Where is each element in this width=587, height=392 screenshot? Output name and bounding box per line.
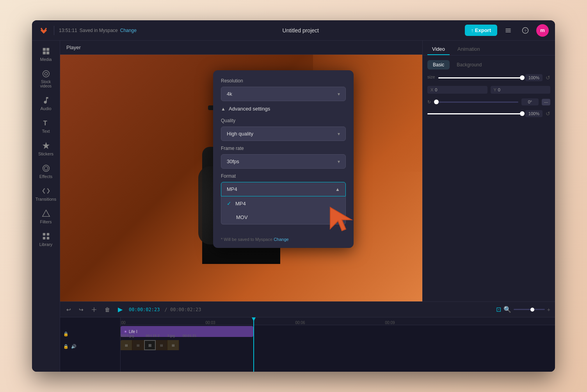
tab-video[interactable]: Video: [427, 44, 450, 55]
opacity-slider[interactable]: [427, 113, 522, 114]
size-reset-button[interactable]: ↺: [546, 75, 550, 81]
svg-point-9: [43, 71, 49, 77]
tab-basic[interactable]: Basic: [427, 60, 450, 69]
quality-section: Quality High quality ▾: [221, 118, 346, 141]
film-thumb-1: ▤: [121, 340, 132, 350]
current-time: 00:00:02:23: [129, 307, 160, 312]
zoom-slider[interactable]: [514, 309, 545, 310]
right-panel: Video Animation Basic Background: [422, 41, 555, 301]
play-button[interactable]: ▶: [116, 304, 124, 315]
sidebar-item-transitions[interactable]: Transitions: [34, 184, 58, 205]
film-timestamps: 2023.jpg 00:t 15 2 3.jpg 00:01:21: [121, 334, 196, 338]
clip-icon: ☀: [124, 330, 127, 334]
rotation-slider[interactable]: [434, 102, 518, 103]
split-button[interactable]: [90, 305, 98, 314]
sidebar-item-text[interactable]: T Text: [34, 116, 58, 137]
sidebar-transitions-label: Transitions: [36, 197, 56, 201]
sidebar-audio-label: Audio: [40, 106, 51, 111]
audio-track-control: 🔒 🔊: [60, 341, 120, 352]
playhead[interactable]: [253, 317, 254, 372]
film-thumb-4: ▤: [156, 340, 167, 350]
quality-dropdown[interactable]: High quality ▾: [221, 127, 346, 141]
timeline-toolbar: ↩ ↪ 🗑 ▶ 00:00:02:23 / 00:00:02:23 ⊡ 🔍: [60, 302, 555, 317]
size-slider[interactable]: [438, 77, 522, 78]
audio-volume-icon[interactable]: 🔊: [71, 344, 76, 349]
format-chevron-up-icon: ▲: [335, 187, 340, 192]
format-mp4-label: MP4: [235, 201, 246, 207]
sidebar-item-library[interactable]: Library: [34, 229, 58, 250]
y-value: 0: [498, 87, 500, 92]
footer-change-link[interactable]: Change: [274, 237, 289, 242]
export-button[interactable]: ↑ Export: [465, 25, 497, 36]
fit-icon-button[interactable]: ⊡: [496, 306, 501, 313]
opacity-thumb[interactable]: [520, 111, 525, 116]
timestamp-3: 3.jpg: [167, 334, 175, 338]
menu-icon-button[interactable]: [502, 24, 514, 37]
zoom-out-icon[interactable]: 🔍: [503, 306, 511, 313]
advanced-settings-toggle[interactable]: ▲ Advanced settings: [221, 106, 346, 112]
player-title: Player: [66, 45, 81, 50]
size-property: size 100% ↺: [427, 74, 550, 81]
ruler-mark-0: 00:00: [121, 321, 126, 325]
timeline-tracks: 00:00 00:03 00:06 00:09 ☀: [121, 317, 555, 372]
player-area: Player: [60, 41, 555, 301]
rotation-thumb[interactable]: [434, 100, 439, 104]
sidebar-item-audio[interactable]: Audio: [34, 93, 58, 114]
resolution-dropdown[interactable]: 4k ▾: [221, 87, 346, 101]
size-label: size: [427, 75, 435, 79]
export-modal: Resolution 4k ▾ ▲ Advanced settings: [213, 70, 354, 248]
rotation-property: ↻ 0° —: [427, 98, 550, 105]
delete-button[interactable]: 🗑: [103, 305, 112, 314]
svg-point-10: [44, 72, 47, 75]
content-area: Player: [60, 41, 555, 372]
tab-background[interactable]: Background: [451, 60, 487, 69]
sidebar-filters-label: Filters: [40, 219, 52, 224]
ruler-mark-6: 00:06: [295, 321, 305, 325]
sidebar-item-filters[interactable]: Filters: [34, 206, 58, 227]
framerate-chevron-icon: ▾: [338, 159, 340, 164]
framerate-value: 30fps: [227, 159, 239, 164]
timeline-fit-controls: ⊡ 🔍 +: [496, 306, 550, 313]
sidebar-item-media[interactable]: Media: [34, 44, 58, 65]
right-panel-tabs: Video Animation: [423, 41, 555, 55]
app-window: 13:51:11 Saved in Myspace Change Untitle…: [32, 20, 555, 372]
lock-icon[interactable]: 🔒: [63, 331, 69, 337]
help-icon-button[interactable]: ?: [519, 24, 532, 37]
timestamp-1: 2023.jpg: [121, 334, 134, 338]
svg-rect-7: [43, 52, 45, 54]
film-clip[interactable]: ▤ ▤ ⊠ ▤: [121, 340, 253, 351]
zoom-thumb[interactable]: [530, 308, 534, 312]
format-dropdown[interactable]: MP4 ▲: [221, 182, 346, 196]
save-time: 13:51:11: [59, 28, 77, 33]
framerate-dropdown[interactable]: 30fps ▾: [221, 154, 346, 169]
header-change-link[interactable]: Change: [120, 28, 137, 33]
resolution-value: 4k: [227, 91, 232, 97]
app-logo: [38, 25, 49, 36]
redo-button[interactable]: ↪: [77, 305, 85, 314]
audio-track-icon[interactable]: 🔒: [63, 344, 69, 349]
y-label: Y: [494, 87, 496, 92]
header-divider: [54, 26, 54, 35]
advanced-settings-label: Advanced settings: [229, 106, 270, 112]
sidebar-stickers-label: Stickers: [38, 151, 53, 156]
quality-value: High quality: [227, 131, 253, 137]
timestamp-2: 00:t 15 2: [146, 334, 160, 338]
undo-button[interactable]: ↩: [65, 305, 73, 314]
sidebar-item-stickers[interactable]: Stickers: [34, 138, 58, 159]
size-slider-thumb[interactable]: [520, 75, 525, 80]
ruler-mark-3: 00:03: [205, 321, 215, 325]
sidebar-item-stock-videos[interactable]: Stockvideos: [34, 66, 58, 91]
svg-rect-1: [505, 30, 511, 31]
zoom-in-icon[interactable]: +: [547, 306, 550, 313]
svg-rect-5: [43, 48, 45, 51]
y-field[interactable]: Y 0: [491, 86, 551, 94]
sidebar: Media Stockvideos Audio T Text Stickers …: [32, 41, 60, 372]
film-track-row: ▤ ▤ ⊠ ▤: [121, 339, 555, 355]
user-avatar[interactable]: m: [536, 24, 549, 37]
sidebar-item-effects[interactable]: Effects: [34, 161, 58, 182]
opacity-reset-button[interactable]: ↺: [546, 110, 550, 117]
rotation-value: 0°: [521, 98, 539, 105]
header-save-info: 13:51:11 Saved in Myspace Change: [59, 28, 137, 33]
x-field[interactable]: X 0: [427, 86, 487, 94]
tab-animation[interactable]: Animation: [453, 44, 485, 55]
